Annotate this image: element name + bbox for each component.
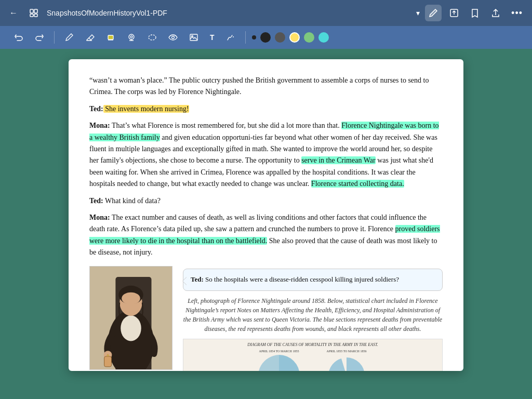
highlight-tool-button[interactable] <box>102 30 119 45</box>
redo-button[interactable] <box>31 30 48 45</box>
mona2-block: Mona: The exact number and causes of dea… <box>89 212 443 259</box>
eraser-icon <box>85 33 95 42</box>
svg-point-7 <box>130 36 132 38</box>
nav-bar: ← SnapshotsOfModernHistoryVol1-PDF ▾ <box>0 0 532 26</box>
mona2-text-p1: The exact number and causes of death, as… <box>89 214 427 233</box>
redo-icon <box>35 33 44 42</box>
back-button[interactable]: ← <box>6 6 21 20</box>
image-icon <box>189 33 198 42</box>
ted3-speech-bubble: Ted: So the hospitals were a disease-rid… <box>183 269 443 291</box>
nav-right-actions: ••• <box>425 5 526 22</box>
svg-rect-5 <box>108 35 113 39</box>
color-green-button[interactable] <box>304 32 314 43</box>
more-button[interactable]: ••• <box>508 5 526 22</box>
image-caption: Left, photograph of Florence Nightingale… <box>183 296 443 334</box>
svg-rect-0 <box>30 9 33 13</box>
export-button[interactable] <box>446 5 462 21</box>
toolbar-separator-1 <box>54 31 55 44</box>
ted3-speaker: Ted: <box>191 275 204 283</box>
svg-point-16 <box>121 316 141 341</box>
ted1-block: Ted: She invents modern nursing! <box>89 103 443 115</box>
stamp-tool-button[interactable] <box>123 30 140 45</box>
signature-tool-button[interactable] <box>222 30 239 45</box>
svg-rect-1 <box>34 9 37 13</box>
ted1-highlighted-text: She invents modern nursing! <box>103 105 189 113</box>
color-darkgrey-button[interactable] <box>275 32 285 43</box>
lasso-tool-button[interactable] <box>144 30 161 45</box>
bookmark-button[interactable] <box>467 5 483 21</box>
share-button[interactable] <box>487 5 504 21</box>
stamp-icon <box>127 33 136 42</box>
ted2-speaker: Ted: <box>89 197 103 205</box>
svg-point-11 <box>192 36 193 37</box>
caption-and-chart-area: Ted: So the hospitals were a disease-rid… <box>183 266 443 371</box>
mortality-chart: DIAGRAM OF THE CAUSES OF MORTALITY IN TH… <box>183 339 443 371</box>
svg-rect-3 <box>34 14 37 17</box>
pencil-icon <box>428 8 438 18</box>
ted3-text: So the hospitals were a disease-ridden c… <box>204 275 399 283</box>
ted2-text: What kind of data? <box>103 197 161 205</box>
eye-icon <box>168 33 178 42</box>
signature-icon <box>226 33 235 42</box>
pages-icon <box>29 8 38 18</box>
color-black-button[interactable] <box>260 32 271 43</box>
image-section: Ted: So the hospitals were a disease-rid… <box>89 266 443 371</box>
svg-rect-2 <box>30 14 33 17</box>
svg-point-19 <box>122 292 140 305</box>
svg-point-12 <box>233 36 234 37</box>
toolbar-separator-2 <box>245 31 246 44</box>
share-icon <box>490 8 501 18</box>
more-icon: ••• <box>511 8 523 19</box>
chart-title: DIAGRAM OF THE CAUSES OF MORTALITY IN TH… <box>247 342 378 349</box>
color-cyan-button[interactable] <box>318 32 329 43</box>
main-content-area: “wasn’t a woman’s place.” The public out… <box>0 49 532 399</box>
chart-left-polar: APRIL 1854 TO MARCH 1855 <box>250 347 308 371</box>
pages-button[interactable] <box>26 6 42 20</box>
undo-button[interactable] <box>10 30 27 45</box>
lasso-icon <box>148 33 157 42</box>
svg-point-6 <box>129 34 134 39</box>
chart-visuals: APRIL 1854 TO MARCH 1855 <box>250 347 375 371</box>
mona1-highlight3: Florence started collecting data. <box>311 180 404 188</box>
svg-rect-21 <box>104 357 112 367</box>
document-page: “wasn’t a woman’s place.” The public out… <box>69 59 463 371</box>
color-yellow-button[interactable] <box>289 32 300 43</box>
svg-text:APRIL 1854 TO MARCH 1855: APRIL 1854 TO MARCH 1855 <box>259 350 299 353</box>
svg-point-8 <box>149 35 156 40</box>
pen-tool-button[interactable] <box>61 30 77 45</box>
intro-text: “wasn’t a woman’s place.” The public out… <box>89 76 429 96</box>
eraser-tool-button[interactable] <box>82 30 98 45</box>
nightingale-portrait <box>89 266 172 370</box>
annotate-button[interactable] <box>425 5 442 21</box>
mona1-block: Mona: That’s what Florence is most remem… <box>89 120 443 190</box>
svg-text:APRIL 1855 TO MARCH 1856: APRIL 1855 TO MARCH 1856 <box>327 350 367 353</box>
mona1-text-p1: That’s what Florence is most remembered … <box>110 122 342 129</box>
mona2-speaker: Mona: <box>89 214 110 221</box>
export-icon <box>449 8 459 18</box>
text-tool-label: T <box>210 33 215 42</box>
dropdown-arrow[interactable]: ▾ <box>416 9 420 17</box>
image-tool-button[interactable] <box>185 30 202 45</box>
annotation-toolbar: T <box>0 26 532 49</box>
back-icon: ← <box>9 8 18 18</box>
ted2-block: Ted: What kind of data? <box>89 195 443 207</box>
intro-paragraph: “wasn’t a woman’s place.” The public out… <box>89 75 443 98</box>
ted1-speaker: Ted: <box>89 105 103 113</box>
text-tool-button[interactable]: T <box>206 31 218 44</box>
highlight-icon <box>106 33 115 42</box>
chart-right-polar: APRIL 1855 TO MARCH 1856 <box>318 347 375 371</box>
bookmark-icon <box>470 8 480 18</box>
document-title: SnapshotsOfModernHistoryVol1-PDF <box>47 9 411 17</box>
view-tool-button[interactable] <box>165 30 181 45</box>
undo-icon <box>14 33 23 42</box>
portrait-svg <box>90 266 172 370</box>
pen-icon <box>64 33 74 42</box>
mona1-highlight2: serve in the Crimean War <box>301 156 375 164</box>
color-small-dot[interactable] <box>252 35 256 39</box>
mona1-speaker: Mona: <box>89 122 110 129</box>
svg-point-9 <box>172 36 175 39</box>
